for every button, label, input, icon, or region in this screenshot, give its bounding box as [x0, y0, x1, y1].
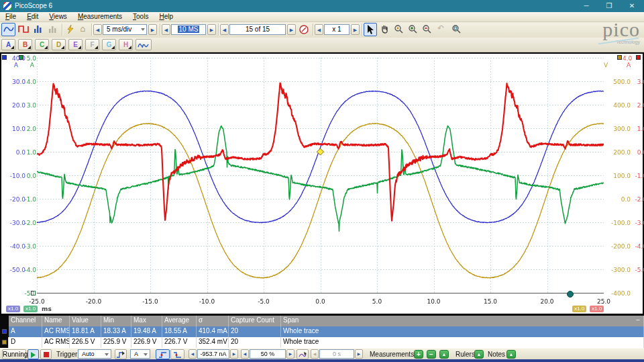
minimize-button[interactable]: ─ — [577, 1, 596, 11]
row-color-strip — [0, 326, 9, 337]
menu-item-views[interactable]: Views — [44, 12, 72, 22]
green-axis-tick: -1.0 — [13, 196, 36, 203]
table-cell: D — [9, 337, 42, 348]
toolbar-separator — [218, 24, 219, 36]
restore-button[interactable]: ❐ — [600, 1, 619, 11]
posttrigger-up-arrow[interactable]: ▶ — [355, 349, 363, 359]
green-axis-tick: -2.0 — [13, 220, 36, 226]
pico-logo: pico Technology — [576, 20, 640, 51]
buffer-next-arrow[interactable]: ▶ — [287, 24, 296, 35]
awg-wave-icon — [138, 41, 150, 49]
awg-button[interactable] — [136, 39, 152, 50]
notes-label: Notes — [488, 351, 505, 358]
channel-button-h[interactable]: H — [119, 39, 133, 50]
red-axis-top-tick: 4.0 — [623, 55, 644, 62]
pretrigger-field[interactable]: 50 % — [250, 349, 286, 359]
table-collapse-icon[interactable]: − — [636, 316, 640, 324]
zoom-factor-field[interactable]: x 1 — [324, 24, 350, 35]
pretrigger-down-arrow[interactable]: ◀ — [241, 349, 249, 359]
green-axis-tick: 4.0 — [13, 79, 36, 85]
menu-item-help[interactable]: Help — [154, 12, 178, 22]
channel-button-b[interactable]: B — [18, 39, 32, 50]
toolbar-separator — [313, 24, 313, 36]
axis-scale-badge[interactable]: x1.0 — [572, 306, 586, 312]
probe-wizard-button[interactable] — [64, 23, 76, 36]
zoom-out-button[interactable] — [420, 23, 433, 36]
falling-edge-button[interactable] — [170, 349, 184, 359]
pretrigger-up-arrow[interactable]: ▶ — [286, 349, 294, 359]
channel-button-g[interactable]: G — [102, 39, 116, 50]
zoom-full-button[interactable] — [449, 23, 463, 36]
home-view-button[interactable]: ⌂ — [76, 23, 89, 36]
channel-button-c[interactable]: C — [35, 39, 49, 50]
buffer-prev-arrow[interactable]: ◀ — [220, 24, 229, 35]
pointer-tool-button[interactable] — [364, 23, 377, 36]
table-cell: Whole trace — [281, 326, 644, 337]
close-button[interactable]: ✕ — [623, 1, 641, 11]
samples-input[interactable]: 10 MS — [171, 24, 206, 35]
timebase-next-arrow[interactable]: ▶ — [148, 24, 157, 35]
end-of-trace-marker[interactable] — [567, 291, 574, 298]
table-cell: A — [9, 326, 42, 337]
stop-capture-button[interactable] — [40, 349, 52, 359]
trigger-label: Trigger — [56, 351, 77, 358]
measurement-row-d[interactable]: DAC RMS226.5 V225.9 V226.9 V226.7 V352.4… — [0, 337, 644, 348]
menu-item-file[interactable]: File — [0, 12, 21, 22]
left-axis-unit: A — [11, 62, 34, 69]
timebase-value: 5 ms/div — [107, 26, 131, 33]
buffer-position-value: 15 of 15 — [246, 26, 270, 33]
axis-scale-badge[interactable]: x1.0 — [23, 306, 38, 312]
zoom-next-arrow[interactable]: ▶ — [351, 24, 360, 35]
channel-button-f[interactable]: F — [85, 39, 99, 50]
red-axis-tick: -1.0 — [624, 173, 644, 179]
table-cell: 18.55 A — [162, 326, 197, 337]
table-cell: 18.81 A — [70, 326, 101, 337]
window-title: PicoScope 6 — [15, 2, 52, 9]
start-capture-button[interactable] — [28, 349, 39, 359]
timebase-prev-arrow[interactable]: ◀ — [93, 24, 102, 35]
axis-scale-badge[interactable]: x1.0 — [590, 306, 604, 312]
add-measurement-button[interactable]: + — [414, 350, 423, 359]
stop-icon — [44, 352, 49, 357]
trigger-mode-select[interactable]: Auto — [78, 349, 111, 359]
compass-icon — [299, 25, 309, 34]
zoom-select-tool-button[interactable] — [392, 23, 405, 36]
rulers-panel-button[interactable]: ▲ — [474, 350, 484, 359]
channel-button-e[interactable]: E — [68, 39, 83, 50]
channel-button-d[interactable]: D — [52, 39, 66, 50]
measurement-row-a[interactable]: AAC RMS18.81 A18.33 A19.48 A18.55 A410.4… — [0, 326, 644, 337]
pico-logo-text: pico — [576, 20, 640, 39]
axis-scale-badge[interactable]: x1.0 — [6, 306, 20, 312]
zoom-in-button[interactable] — [406, 23, 419, 36]
measurements-panel-button[interactable]: ▲ — [439, 350, 449, 359]
menu-item-measurements[interactable]: Measurements — [72, 12, 127, 22]
scope-mode-button[interactable] — [1, 23, 15, 36]
persistence-mode-button[interactable] — [16, 23, 30, 36]
waveform-plot[interactable] — [37, 58, 604, 293]
red-axis-tick: -4.0 — [624, 243, 644, 250]
buffer-navigator-button[interactable] — [297, 23, 311, 36]
trigger-level-down-arrow[interactable]: ◀ — [189, 349, 197, 359]
trigger-level-field[interactable]: -953.7 nA — [197, 349, 229, 359]
menu-item-edit[interactable]: Edit — [21, 12, 44, 22]
samples-next-arrow[interactable]: ▶ — [207, 24, 216, 35]
table-cell: 20 — [229, 326, 281, 337]
trigger-channel-select[interactable]: A — [130, 349, 150, 359]
zoom-prev-arrow[interactable]: ◀ — [315, 24, 323, 35]
trigger-marker-button[interactable] — [115, 349, 127, 359]
timebase-select[interactable]: 5 ms/div — [103, 24, 147, 35]
hand-tool-button[interactable] — [378, 23, 391, 36]
remove-measurement-button[interactable]: − — [427, 350, 436, 359]
channel-d-axis-square[interactable] — [617, 55, 622, 60]
menu-item-tools[interactable]: Tools — [127, 12, 154, 22]
trigger-delay-button[interactable] — [297, 349, 309, 359]
table-cell: Min — [101, 316, 131, 326]
notes-panel-button[interactable]: ▲ — [506, 350, 516, 359]
buffer-position-field[interactable]: 15 of 15 — [229, 24, 286, 35]
rising-edge-button[interactable] — [156, 349, 170, 359]
spectrum-mode-button[interactable] — [31, 23, 45, 36]
samples-prev-arrow[interactable]: ◀ — [162, 24, 170, 35]
channel-button-a[interactable]: A — [1, 39, 15, 50]
running-button[interactable]: Running — [2, 349, 26, 359]
trigger-level-up-arrow[interactable]: ▶ — [230, 349, 238, 359]
